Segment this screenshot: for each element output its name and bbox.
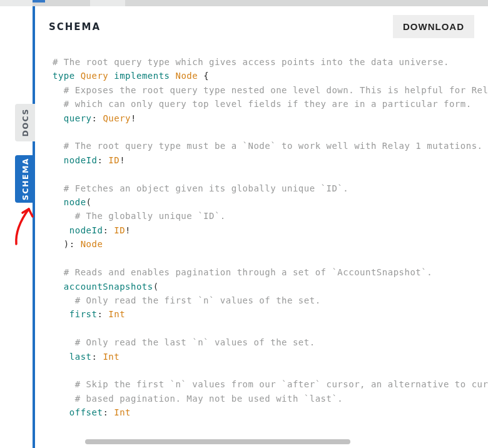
- panel-rail: [33, 6, 35, 448]
- schema-code: # The root query type which gives access…: [53, 55, 488, 420]
- top-toolbar-strip: [0, 0, 488, 6]
- tab-docs[interactable]: DOCS: [15, 104, 35, 141]
- toolbar-accent: [33, 0, 45, 3]
- download-button[interactable]: DOWNLOAD: [393, 15, 474, 38]
- tab-schema[interactable]: SCHEMA: [15, 155, 35, 203]
- scrollbar-thumb[interactable]: [85, 439, 350, 444]
- panel-header: SCHEMA DOWNLOAD: [35, 6, 488, 47]
- schema-code-area[interactable]: # The root query type which gives access…: [35, 55, 488, 435]
- panel-title: SCHEMA: [49, 21, 101, 33]
- horizontal-scrollbar[interactable]: [85, 439, 475, 444]
- schema-panel: SCHEMA DOWNLOAD # The root query type wh…: [35, 6, 488, 448]
- tab-schema-label: SCHEMA: [21, 158, 30, 200]
- toolbar-seg-right: [125, 0, 488, 6]
- tab-docs-label: DOCS: [21, 108, 30, 136]
